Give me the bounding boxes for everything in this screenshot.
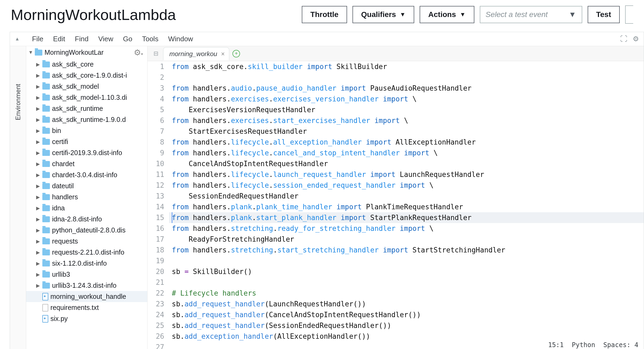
tree-folder[interactable]: ▶ certifi: [26, 136, 147, 147]
tree-file[interactable]: requirements.txt: [26, 302, 147, 313]
tree-folder[interactable]: ▶ handlers: [26, 191, 147, 203]
tree-folder[interactable]: ▶ urllib3: [26, 269, 147, 280]
twisty-closed-icon: ▶: [36, 216, 40, 222]
code-line[interactable]: sb.add_request_handler(CancelAndStopInte…: [169, 309, 644, 320]
tree-folder-label: ask_sdk_core-1.9.0.dist-i: [52, 71, 127, 79]
menu-find[interactable]: Find: [75, 35, 89, 43]
code-line[interactable]: from handlers.stretching.ready_for_stret…: [169, 223, 644, 234]
file-icon: [42, 315, 48, 323]
collapse-icon[interactable]: ▲: [15, 36, 20, 42]
code-line[interactable]: from handlers.plank.start_plank_handler …: [169, 212, 644, 223]
twisty-closed-icon: ▶: [36, 172, 40, 178]
menu-file[interactable]: File: [32, 35, 43, 43]
twisty-closed-icon: ▶: [36, 95, 40, 101]
folder-icon: [42, 95, 50, 101]
indent-mode[interactable]: Spaces: 4: [603, 340, 638, 349]
code-line[interactable]: [169, 72, 644, 83]
tree-file[interactable]: morning_workout_handle: [26, 291, 147, 302]
menu-tools[interactable]: Tools: [142, 35, 159, 43]
code-line[interactable]: SessionEndedRequestHandler: [169, 191, 644, 201]
tree-folder[interactable]: ▶ ask_sdk_model: [26, 81, 147, 92]
tree-folder-label: idna: [52, 204, 65, 212]
menu-edit[interactable]: Edit: [53, 35, 65, 43]
code-line[interactable]: ReadyForStretchingHandler: [169, 234, 644, 245]
close-tab-icon[interactable]: ×: [221, 50, 225, 58]
code-line[interactable]: [169, 277, 644, 288]
twisty-closed-icon: ▶: [36, 161, 40, 167]
tab-collapse-icon[interactable]: ⊟: [150, 50, 162, 57]
twisty-closed-icon: ▶: [36, 128, 40, 134]
code-line[interactable]: from handlers.stretching.start_stretchin…: [169, 245, 644, 255]
editor-tab-label: morning_workou: [169, 50, 217, 58]
folder-icon: [42, 73, 50, 78]
tree-folder[interactable]: ▶ six-1.12.0.dist-info: [26, 258, 147, 269]
actions-dropdown[interactable]: Actions ▼: [420, 6, 474, 23]
tree-folder-label: six-1.12.0.dist-info: [52, 259, 107, 267]
folder-icon: [42, 139, 50, 145]
folder-icon: [42, 183, 50, 189]
folder-icon: [42, 272, 50, 278]
code-line[interactable]: from handlers.exercises.exercises_versio…: [169, 94, 644, 104]
tree-folder[interactable]: ▶ dateutil: [26, 180, 147, 191]
tree-gear-icon[interactable]: ⚙▾: [134, 48, 143, 57]
code-line[interactable]: sb.add_request_handler(SessionEndedReque…: [169, 320, 644, 331]
tree-folder[interactable]: ▶ requests: [26, 236, 147, 247]
code-line[interactable]: from handlers.exercises.start_exercises_…: [169, 115, 644, 126]
twisty-closed-icon: ▶: [36, 272, 40, 278]
code-editor[interactable]: 1234567891011121314151617181920212223242…: [148, 61, 644, 349]
tree-folder[interactable]: ▶ certifi-2019.3.9.dist-info: [26, 147, 147, 158]
folder-icon: [42, 106, 50, 112]
code-content[interactable]: from ask_sdk_core.skill_builder import S…: [169, 61, 644, 349]
code-line[interactable]: StartExercisesRequestHandler: [169, 126, 644, 137]
throttle-button[interactable]: Throttle: [302, 6, 347, 23]
code-line[interactable]: sb = SkillBuilder(): [169, 266, 644, 277]
code-line[interactable]: from handlers.audio.pause_audio_handler …: [169, 83, 644, 94]
truncated-button[interactable]: [625, 5, 633, 24]
tree-folder[interactable]: ▶ ask_sdk_core: [26, 59, 147, 70]
editor-tab[interactable]: morning_workou ×: [163, 47, 229, 60]
code-line[interactable]: [169, 255, 644, 266]
tree-folder[interactable]: ▶ chardet: [26, 158, 147, 169]
test-button[interactable]: Test: [588, 6, 620, 23]
tree-folder-label: certifi: [52, 138, 68, 146]
menu-go[interactable]: Go: [123, 35, 132, 43]
code-line[interactable]: from ask_sdk_core.skill_builder import S…: [169, 61, 644, 72]
tree-folder-label: ask_sdk_runtime: [52, 105, 103, 112]
test-event-select[interactable]: Select a test event ▼: [480, 6, 582, 23]
twisty-open-icon: ▼: [28, 50, 33, 55]
qualifiers-dropdown[interactable]: Qualifiers ▼: [352, 6, 414, 23]
folder-icon: [42, 238, 50, 244]
tree-folder[interactable]: ▶ python_dateutil-2.8.0.dis: [26, 225, 147, 236]
tree-folder[interactable]: ▶ bin: [26, 125, 147, 136]
menu-view[interactable]: View: [98, 35, 113, 43]
code-line[interactable]: from handlers.lifecycle.session_ended_re…: [169, 180, 644, 191]
tree-root[interactable]: ▼ MorningWorkoutLar ⚙▾: [26, 46, 147, 59]
tree-file[interactable]: six.py: [26, 313, 147, 324]
code-line[interactable]: from handlers.plank.plank_time_handler i…: [169, 201, 644, 212]
fullscreen-icon[interactable]: ⛶: [620, 35, 627, 43]
code-line[interactable]: # Lifecycle handlers: [169, 288, 644, 299]
tree-folder[interactable]: ▶ idna-2.8.dist-info: [26, 214, 147, 225]
twisty-closed-icon: ▶: [36, 61, 40, 67]
environment-tab[interactable]: Environment: [10, 46, 26, 349]
add-tab-button[interactable]: +: [232, 50, 240, 57]
tree-folder[interactable]: ▶ requests-2.21.0.dist-info: [26, 247, 147, 258]
tree-folder[interactable]: ▶ urllib3-1.24.3.dist-info: [26, 280, 147, 291]
menu-window[interactable]: Window: [168, 35, 193, 43]
code-line[interactable]: from handlers.lifecycle.cancel_and_stop_…: [169, 148, 644, 158]
tree-folder[interactable]: ▶ idna: [26, 203, 147, 214]
tree-folder[interactable]: ▶ ask_sdk_model-1.10.3.di: [26, 92, 147, 103]
tree-folder[interactable]: ▶ ask_sdk_runtime-1.9.0.d: [26, 114, 147, 125]
tree-folder[interactable]: ▶ ask_sdk_runtime: [26, 103, 147, 114]
code-line[interactable]: from handlers.lifecycle.all_exception_ha…: [169, 137, 644, 148]
code-line[interactable]: from handlers.lifecycle.launch_request_h…: [169, 169, 644, 180]
code-line[interactable]: sb.add_request_handler(LaunchRequestHand…: [169, 299, 644, 309]
folder-icon: [42, 61, 50, 67]
code-line[interactable]: CancelAndStopIntentRequestHandler: [169, 158, 644, 169]
tree-folder[interactable]: ▶ ask_sdk_core-1.9.0.dist-i: [26, 70, 147, 81]
tree-file-label: morning_workout_handle: [50, 293, 126, 300]
language-mode[interactable]: Python: [572, 340, 595, 349]
code-line[interactable]: ExercisesVersionRequestHandler: [169, 104, 644, 115]
tree-folder[interactable]: ▶ chardet-3.0.4.dist-info: [26, 169, 147, 180]
settings-icon[interactable]: ⚙: [633, 35, 639, 43]
